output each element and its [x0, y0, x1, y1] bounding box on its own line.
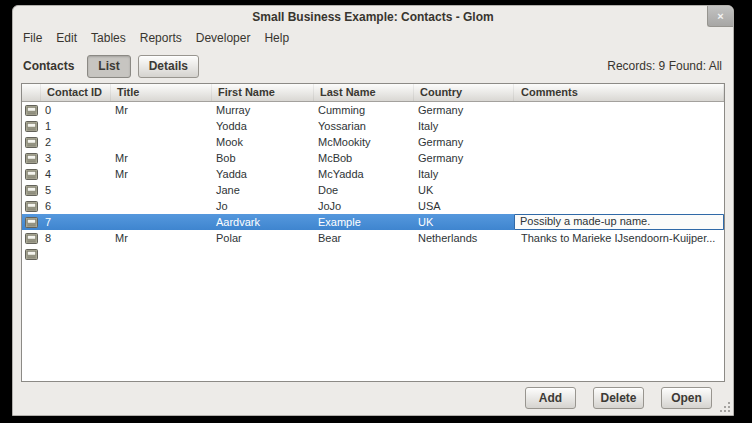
record-icon — [25, 169, 38, 180]
cell-title: Mr — [111, 230, 212, 246]
cell-contact-id: 5 — [41, 182, 111, 198]
cell-comments — [514, 182, 724, 198]
cell-contact-id: 7 — [41, 214, 111, 230]
close-icon: × — [717, 11, 723, 22]
cell-first-name: Yodda — [212, 118, 314, 134]
menu-tables[interactable]: Tables — [84, 28, 133, 48]
cell-last-name: JoJo — [314, 198, 414, 214]
header-contact-id[interactable]: Contact ID — [41, 84, 111, 101]
record-icon — [25, 121, 38, 132]
record-icon — [25, 185, 38, 196]
cell-first-name: Polar — [212, 230, 314, 246]
cell-contact-id: 1 — [41, 118, 111, 134]
cell-comments — [514, 134, 724, 150]
cell-first-name: Mook — [212, 134, 314, 150]
header-last-name[interactable]: Last Name — [314, 84, 414, 101]
cell-title — [111, 246, 212, 262]
contacts-table: Contact ID Title First Name Last Name Co… — [21, 83, 725, 382]
table-name-label: Contacts — [23, 59, 74, 73]
window-title: Small Business Example: Contacts - Glom — [13, 6, 733, 29]
cell-last-name: Yossarian — [314, 118, 414, 134]
record-icon — [25, 105, 38, 116]
table-row[interactable]: 5 Jane Doe UK — [22, 182, 724, 198]
menu-edit[interactable]: Edit — [49, 28, 84, 48]
cell-last-name: Bear — [314, 230, 414, 246]
table-row[interactable]: 0 Mr Murray Cumming Germany — [22, 102, 724, 118]
menu-help[interactable]: Help — [257, 28, 296, 48]
cell-comments — [514, 118, 724, 134]
cell-comments — [514, 246, 724, 262]
add-button[interactable]: Add — [525, 387, 576, 409]
cell-title — [111, 182, 212, 198]
list-view-button[interactable]: List — [87, 55, 130, 78]
cell-first-name — [212, 246, 314, 262]
glom-window: Small Business Example: Contacts - Glom … — [12, 5, 734, 416]
cell-country: Germany — [414, 134, 514, 150]
cell-contact-id: 4 — [41, 166, 111, 182]
cell-last-name — [314, 246, 414, 262]
cell-contact-id: 8 — [41, 230, 111, 246]
table-row[interactable]: 2 Mook McMookity Germany — [22, 134, 724, 150]
cell-country: USA — [414, 198, 514, 214]
header-first-name[interactable]: First Name — [212, 84, 314, 101]
record-icon — [25, 153, 38, 164]
cell-country: UK — [414, 214, 514, 230]
cell-country: Netherlands — [414, 230, 514, 246]
record-icon — [25, 217, 38, 228]
cell-country: Germany — [414, 102, 514, 118]
open-button[interactable]: Open — [661, 387, 712, 409]
cell-first-name: Bob — [212, 150, 314, 166]
table-row[interactable]: 4 Mr Yadda McYadda Italy — [22, 166, 724, 182]
table-row[interactable]: 6 Jo JoJo USA — [22, 198, 724, 214]
close-button[interactable]: × — [707, 6, 733, 27]
cell-first-name: Yadda — [212, 166, 314, 182]
resize-grip-icon[interactable] — [719, 401, 730, 412]
record-icon — [25, 233, 38, 244]
cell-last-name: Doe — [314, 182, 414, 198]
titlebar[interactable]: Small Business Example: Contacts - Glom … — [13, 6, 733, 28]
desktop-background: Small Business Example: Contacts - Glom … — [0, 0, 752, 423]
menu-file[interactable]: File — [16, 28, 49, 48]
table-body: 0 Mr Murray Cumming Germany 1 Yodda Yoss… — [22, 102, 724, 262]
navigation-bar: Contacts List Details Records: 9 Found: … — [23, 51, 722, 81]
cell-title — [111, 198, 212, 214]
table-row[interactable]: 1 Yodda Yossarian Italy — [22, 118, 724, 134]
cell-comments — [514, 102, 724, 118]
table-row[interactable]: 8 Mr Polar Bear Netherlands Thanks to Ma… — [22, 230, 724, 246]
table-header: Contact ID Title First Name Last Name Co… — [22, 84, 724, 102]
cell-contact-id: 6 — [41, 198, 111, 214]
record-icon — [25, 137, 38, 148]
header-icon-column[interactable] — [22, 84, 41, 101]
delete-button[interactable]: Delete — [593, 387, 644, 409]
comments-cell-editor[interactable]: Possibly a made-up name. — [514, 214, 724, 230]
record-icon — [25, 249, 38, 260]
cell-title — [111, 214, 212, 230]
cell-title — [111, 118, 212, 134]
header-comments[interactable]: Comments — [514, 84, 724, 101]
cell-first-name: Jo — [212, 198, 314, 214]
details-view-button[interactable]: Details — [138, 55, 199, 78]
record-action-bar: Add Delete Open — [21, 387, 712, 410]
table-row[interactable]: 7 Aardvark Example UK Possibly a made-up… — [22, 214, 724, 230]
record-icon — [25, 201, 38, 212]
cell-contact-id: 2 — [41, 134, 111, 150]
menu-bar: File Edit Tables Reports Developer Help — [16, 27, 296, 48]
header-title[interactable]: Title — [111, 84, 212, 101]
cell-title: Mr — [111, 150, 212, 166]
cell-country: Italy — [414, 118, 514, 134]
cell-country: Italy — [414, 166, 514, 182]
cell-title — [111, 134, 212, 150]
cell-contact-id: 3 — [41, 150, 111, 166]
new-record-row[interactable] — [22, 246, 724, 262]
cell-last-name: McYadda — [314, 166, 414, 182]
menu-reports[interactable]: Reports — [133, 28, 189, 48]
header-country[interactable]: Country — [414, 84, 514, 101]
cell-contact-id — [41, 246, 111, 262]
cell-last-name: McMookity — [314, 134, 414, 150]
cell-contact-id: 0 — [41, 102, 111, 118]
cell-comments — [514, 166, 724, 182]
cell-country: Germany — [414, 150, 514, 166]
cell-comments: Thanks to Marieke IJsendoorn-Kuijper... — [514, 230, 724, 246]
menu-developer[interactable]: Developer — [189, 28, 258, 48]
table-row[interactable]: 3 Mr Bob McBob Germany — [22, 150, 724, 166]
